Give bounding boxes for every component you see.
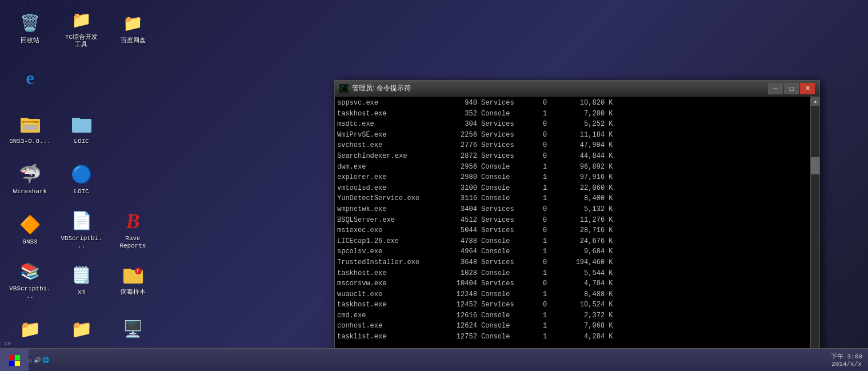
icon-rave-reports[interactable]: B RaveReports xyxy=(109,207,157,253)
table-row: LICEcap1.26.exe 4788 Console 1 24,676 K xyxy=(337,236,808,247)
svg-rect-16 xyxy=(9,361,14,366)
ie-icon: e xyxy=(19,66,42,89)
cmd-window-icon: C:\ xyxy=(339,84,349,93)
svg-rect-17 xyxy=(15,361,20,366)
icon-label-loic1: LOIC xyxy=(74,138,89,145)
scrollbar-track[interactable] xyxy=(811,106,819,362)
clock-time: 下午 3:00 xyxy=(831,352,862,361)
svg-rect-4 xyxy=(23,125,38,130)
vbscript-icon1: 📄 xyxy=(70,210,93,233)
baidu-folder-icon: 📁 xyxy=(122,12,145,35)
svg-rect-14 xyxy=(9,355,14,360)
table-row: taskhost.exe 1028 Console 1 5,544 K xyxy=(337,268,808,279)
table-row: TrustedInstaller.exe 3648 Services 0 194… xyxy=(337,257,808,268)
desktop: · · · · · · · · · · ·············· 🗑️ 回收… xyxy=(0,0,868,371)
svg-rect-5 xyxy=(72,119,91,133)
icon-label-vbs2: VBScriptbi... xyxy=(9,285,51,300)
recycle-bin-icon: 🗑️ xyxy=(19,12,42,35)
icon-virus-sample[interactable]: ! 病毒样本 xyxy=(109,257,157,303)
table-row: spcolsv.exe 4964 Console 1 9,684 K xyxy=(337,246,808,257)
tray-icon1: △ xyxy=(29,357,32,364)
icon-placeholder4 xyxy=(109,157,157,202)
icon-gns3-08[interactable]: GNS3-0.8... xyxy=(6,106,54,152)
icon-gns3[interactable]: 🔶 GNS3 xyxy=(6,207,54,253)
table-row: WmiPrvSE.exe 2256 Services 0 11,184 K xyxy=(337,130,808,141)
vbscript-icon2: 📚 xyxy=(19,260,42,283)
icon-vbscriptbi2[interactable]: 📚 VBScriptbi... xyxy=(6,257,54,303)
icon-xm[interactable]: 🗒️ xm xyxy=(57,257,106,303)
table-row: wmpnetwk.exe 3404 Services 0 5,132 K xyxy=(337,204,808,215)
wireshark-icon: 🦈 xyxy=(19,163,42,186)
table-row: explorer.exe 2980 Console 1 97,916 K xyxy=(337,172,808,183)
icon-folder-bottom2[interactable]: 📁 xyxy=(57,308,106,353)
taskbar-start-button[interactable] xyxy=(0,349,29,371)
icon-wireshark[interactable]: 🦈 Wireshark xyxy=(6,157,54,202)
table-row: mscorsvw.exe 10404 Services 0 4,784 K xyxy=(337,278,808,289)
icon-folder-bottom1[interactable]: 📁 xyxy=(6,308,54,353)
table-row: conhost.exe 12624 Console 1 7,068 K xyxy=(337,321,808,332)
icon-baidu-pan[interactable]: 📁 百度网盘 xyxy=(109,6,157,51)
icon-ie[interactable]: e xyxy=(6,56,54,102)
svg-rect-8 xyxy=(123,269,131,272)
icon-label-baidu: 百度网盘 xyxy=(121,37,146,45)
cmd-window: C:\ 管理员: 命令提示符 ─ □ ✕ sppsvc.exe 940 Serv… xyxy=(334,80,820,371)
icon-label-xm: xm xyxy=(78,289,85,296)
icon-label-virus: 病毒样本 xyxy=(121,289,146,296)
table-row: sppsvc.exe 940 Services 0 10,820 K xyxy=(337,98,808,109)
virus-icon: ! xyxy=(122,264,145,286)
taskbar-tray: △ 🔊 🌐 xyxy=(29,357,49,364)
loic2-icon: 🔵 xyxy=(70,163,93,186)
cmd-titlebar[interactable]: C:\ 管理员: 命令提示符 ─ □ ✕ xyxy=(335,81,819,97)
icon-recycle-bin[interactable]: 🗑️ 回收站 xyxy=(6,6,54,51)
table-row: svchost.exe 2776 Services 0 47,904 K xyxy=(337,140,808,151)
ch-indicator: CH xyxy=(5,341,11,347)
icon-placeholder1 xyxy=(57,56,106,102)
svg-rect-6 xyxy=(72,118,80,121)
svg-rect-15 xyxy=(15,355,20,360)
icon-vbscriptbi1[interactable]: 📄 VBScriptbi... xyxy=(57,207,106,253)
desktop-icon-area: 🗑️ 回收站 📁 TC综合开发工具 📁 百度网盘 e xyxy=(0,0,200,349)
table-row: cmd.exe 12616 Console 1 2,372 K xyxy=(337,310,808,321)
svg-text:!: ! xyxy=(136,269,139,275)
table-row: vmtoolsd.exe 3100 Console 1 22,060 K xyxy=(337,183,808,194)
screen-bottom-icon: 🖥️ xyxy=(122,318,145,341)
icon-placeholder3 xyxy=(109,106,157,152)
table-row: YunDetectService.exe 3116 Console 1 8,40… xyxy=(337,193,808,204)
table-row: wuauclt.exe 12248 Console 1 8,488 K xyxy=(337,289,808,300)
table-row: BSQLServer.exe 4512 Services 0 11,276 K xyxy=(337,215,808,226)
icon-loic2[interactable]: 🔵 LOIC xyxy=(57,157,106,202)
icon-label-rave: RaveReports xyxy=(119,235,146,250)
close-button[interactable]: ✕ xyxy=(800,83,815,94)
table-row: msdtc.exe 304 Services 0 5,252 K xyxy=(337,119,808,130)
taskbar: CH △ 🔊 🌐 下午 3:00 2014/x/x xyxy=(0,348,868,371)
rave-icon: B xyxy=(122,210,145,233)
icon-label-loic2: LOIC xyxy=(74,188,89,196)
gns3-icon: 🔶 xyxy=(19,213,42,236)
table-row: SearchIndexer.exe 2872 Services 0 44,844… xyxy=(337,151,808,162)
icon-label-tc: TC综合开发工具 xyxy=(65,34,98,49)
icon-label-wireshark: Wireshark xyxy=(13,188,47,196)
tray-icon3: 🌐 xyxy=(42,357,49,364)
icon-loic1[interactable]: LOIC xyxy=(57,106,106,152)
svg-rect-3 xyxy=(24,122,34,123)
icon-screen-bottom[interactable]: 🖥️ xyxy=(109,308,157,353)
cmd-scrollbar[interactable]: ▲ ▼ xyxy=(810,97,819,371)
cmd-content: sppsvc.exe 940 Services 0 10,820 Ktaskho… xyxy=(335,97,819,371)
cmd-window-title: 管理员: 命令提示符 xyxy=(352,83,768,93)
tc-folder-icon: 📁 xyxy=(70,9,93,31)
icon-label-gns3: GNS3 xyxy=(22,238,37,246)
loic-folder1-icon xyxy=(70,113,93,135)
minimize-button[interactable]: ─ xyxy=(768,83,783,94)
icon-placeholder2 xyxy=(109,56,157,102)
maximize-button[interactable]: □ xyxy=(784,83,799,94)
folder-bottom1-icon: 📁 xyxy=(19,318,42,341)
icon-label-recycle: 回收站 xyxy=(21,37,39,45)
svg-text:C:\: C:\ xyxy=(341,86,349,91)
tray-icon2: 🔊 xyxy=(34,357,41,364)
scrollbar-thumb[interactable] xyxy=(811,157,819,174)
gns3-folder-icon xyxy=(19,113,42,135)
folder-bottom2-icon: 📁 xyxy=(70,318,93,341)
scrollbar-up-arrow[interactable]: ▲ xyxy=(811,97,819,106)
table-row: tasklist.exe 12752 Console 1 4,284 K xyxy=(337,332,808,342)
icon-tc-tool[interactable]: 📁 TC综合开发工具 xyxy=(57,6,106,51)
